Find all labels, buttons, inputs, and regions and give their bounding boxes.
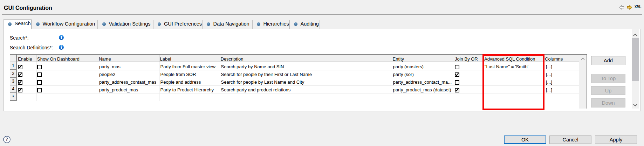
svg-text:?: ? xyxy=(6,136,8,142)
